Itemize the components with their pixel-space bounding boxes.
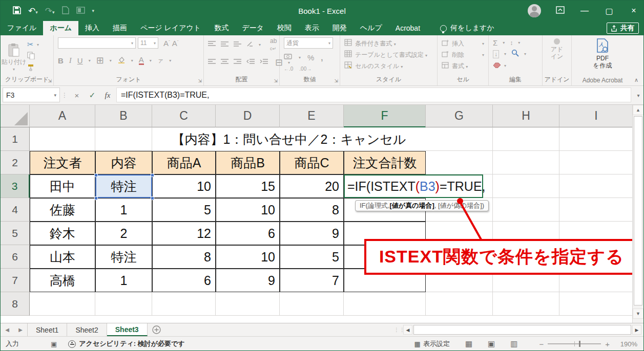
ribbon-tab-ホーム[interactable]: ホーム [43, 21, 78, 35]
formula-bar-grip[interactable]: ⋮ [60, 86, 69, 104]
cell-H2[interactable] [493, 151, 559, 174]
sheet-tab-Sheet3[interactable]: Sheet3 [107, 323, 148, 336]
normal-view-icon[interactable]: ▦ [465, 339, 472, 348]
ribbon-tab-数式[interactable]: 数式 [207, 21, 235, 35]
cell-C6[interactable]: 8 [152, 245, 216, 269]
cell-A3[interactable]: 田中 [30, 174, 95, 198]
cell-A7[interactable]: 高橋 [30, 269, 95, 292]
cell-B6[interactable]: 特注 [95, 245, 152, 269]
cell-I8[interactable] [559, 292, 633, 316]
cell-A6[interactable]: 山本 [30, 245, 95, 269]
accessibility-status[interactable]: アクセシビリティ: 検討が必要です [79, 339, 184, 348]
scroll-down-icon[interactable]: ▼ [633, 309, 643, 319]
scroll-right-icon[interactable]: ▶ [632, 325, 641, 335]
cell-G1[interactable] [426, 127, 493, 151]
decrease-indent-icon[interactable] [246, 58, 255, 67]
user-avatar[interactable] [528, 4, 541, 17]
borders-icon[interactable]: ⊞ [96, 55, 104, 66]
cell-D6[interactable]: 10 [216, 245, 280, 269]
sheet-tab-Sheet2[interactable]: Sheet2 [67, 323, 107, 336]
orientation-icon[interactable] [246, 40, 254, 49]
cell-I4[interactable] [559, 198, 633, 222]
cell-D7[interactable]: 9 [216, 269, 280, 292]
page-break-view-icon[interactable]: ▥ [510, 339, 517, 348]
insert-cells-button[interactable]: 挿入 [452, 39, 464, 48]
row-header-1[interactable]: 1 [1, 127, 30, 151]
phonetic-guide-icon[interactable]: ァ [157, 56, 163, 65]
cell-D8[interactable] [216, 292, 280, 316]
conditional-formatting-button[interactable]: 条件付き書式 ▾ [355, 39, 396, 48]
column-header-G[interactable]: G [426, 105, 493, 127]
align-middle-icon[interactable] [221, 40, 228, 49]
ribbon-tab-校閲[interactable]: 校閲 [271, 21, 298, 35]
underline-icon[interactable]: U [77, 56, 83, 65]
cancel-formula-icon[interactable]: × [69, 86, 85, 104]
alignment-dialog-launcher-icon[interactable]: ⇲ [274, 78, 278, 83]
column-header-I[interactable]: I [559, 105, 633, 127]
select-all-corner[interactable] [1, 105, 30, 127]
collapse-ribbon-icon[interactable]: ∧ [634, 77, 638, 83]
table-header-商品C[interactable]: 商品C [280, 151, 344, 174]
format-cells-button[interactable]: 書式 ▾ [452, 62, 468, 71]
cell-A8[interactable] [30, 292, 95, 316]
cell-E4[interactable]: 8 [280, 198, 344, 222]
cell-E7[interactable]: 7 [280, 269, 344, 292]
paste-dropdown-icon[interactable]: ▾ [37, 42, 39, 73]
table-header-商品B[interactable]: 商品B [216, 151, 280, 174]
cell-I1[interactable] [559, 127, 633, 151]
display-settings-button[interactable]: ▦ 表示設定 [414, 339, 450, 348]
table-header-注文者[interactable]: 注文者 [30, 151, 95, 174]
table-header-注文合計数[interactable]: 注文合計数 [344, 151, 426, 174]
name-box[interactable]: F3 ▾ [3, 87, 60, 102]
table-header-商品A[interactable]: 商品A [152, 151, 216, 174]
copy-icon[interactable] [27, 52, 35, 61]
cell-H4[interactable] [493, 198, 559, 222]
cell-A4[interactable]: 佐藤 [30, 198, 95, 222]
formula-bar-expand-icon[interactable]: ▾ [633, 86, 643, 104]
cell-G2[interactable] [426, 151, 493, 174]
cell-H3[interactable] [493, 174, 559, 198]
create-pdf-button[interactable]: 人 PDFを作成 [572, 35, 633, 70]
ribbon-display-options-icon[interactable] [554, 6, 566, 16]
ribbon-tab-表示[interactable]: 表示 [298, 21, 326, 35]
vertical-scroll-thumb[interactable] [634, 116, 642, 305]
ribbon-tab-描画[interactable]: 描画 [106, 21, 134, 35]
ribbon-tab-データ[interactable]: データ [235, 21, 271, 35]
format-painter-icon[interactable] [27, 64, 35, 73]
maximize-button[interactable]: ▢ [604, 6, 615, 16]
format-as-table-button[interactable]: テーブルとして書式設定 ▾ [355, 51, 427, 59]
cell-B5[interactable]: 2 [95, 222, 152, 245]
cell-styles-button[interactable]: セルのスタイル ▾ [355, 62, 403, 71]
find-select-icon[interactable] [511, 49, 519, 59]
cell-G8[interactable] [426, 292, 493, 316]
addins-button[interactable]: アドイン [543, 35, 571, 60]
column-header-A[interactable]: A [30, 105, 95, 127]
zoom-slider-knob[interactable] [579, 341, 580, 347]
percent-style-icon[interactable]: % [307, 53, 314, 62]
font-dialog-launcher-icon[interactable]: ⇲ [198, 78, 202, 83]
cell-I2[interactable] [559, 151, 633, 174]
increase-indent-icon[interactable] [260, 58, 268, 67]
sheet-nav-right-icon[interactable]: ▶ [14, 323, 27, 336]
italic-icon[interactable]: I [69, 56, 72, 65]
cell-C7[interactable]: 6 [152, 269, 216, 292]
name-box-dropdown-icon[interactable]: ▾ [54, 93, 56, 98]
tell-me-box[interactable]: 何をしますか [440, 21, 494, 35]
cell-E6[interactable]: 5 [280, 245, 344, 269]
bold-icon[interactable]: B [58, 56, 64, 65]
cell-A1[interactable] [30, 127, 95, 151]
ribbon-tab-挿入[interactable]: 挿入 [78, 21, 106, 35]
number-format-combobox[interactable]: 通貨▾ [284, 37, 333, 49]
worksheet-grid[interactable]: ABCDEFGHI12345678【内容】1：問い合せ中／2：キャンセル注文者内… [1, 105, 633, 323]
row-header-3[interactable]: 3 [1, 174, 30, 198]
share-button[interactable]: 共有 [607, 23, 639, 34]
formula-input[interactable]: =IF(ISTEXT(B3)=TRUE, [116, 87, 631, 102]
grow-font-icon[interactable]: Aˆ [163, 39, 170, 48]
cell-banner-C1[interactable]: 【内容】1：問い合せ中／2：キャンセル [152, 127, 426, 151]
minimize-button[interactable]: — [579, 6, 590, 15]
autosum-icon[interactable]: Σ [493, 38, 497, 47]
cell-E5[interactable]: 9 [280, 222, 344, 245]
cell-D5[interactable]: 6 [216, 222, 280, 245]
table-header-内容[interactable]: 内容 [95, 151, 152, 174]
cell-A5[interactable]: 鈴木 [30, 222, 95, 245]
